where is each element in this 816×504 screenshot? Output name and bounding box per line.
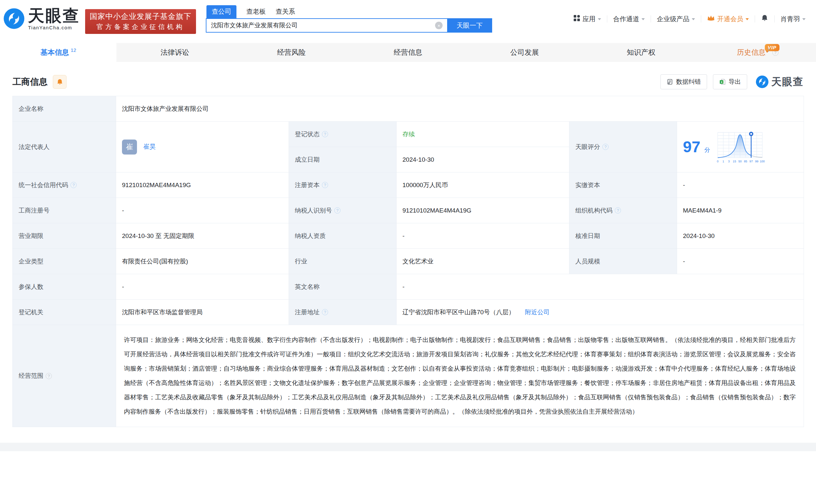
tab-operating-info[interactable]: 经营信息	[349, 43, 466, 62]
company-type-label: 企业类型	[13, 249, 116, 274]
svg-text:85: 85	[744, 159, 747, 163]
nav-user-account[interactable]: 肖青羽	[775, 15, 811, 23]
top-header: 天眼查 TianYanCha.com 国家中小企业发展子基金旗下 官方备案企业征…	[0, 0, 816, 35]
excel-icon: X	[719, 79, 726, 85]
clear-search-icon[interactable]: ×	[435, 22, 443, 29]
tab-company-development-label: 公司发展	[510, 48, 539, 57]
svg-text:15: 15	[733, 159, 736, 163]
status-badge: 存续	[402, 131, 415, 138]
taxpayer-id-label: 纳税人识别号?	[289, 198, 396, 223]
table-row: 经营范围? 许可项目：旅游业务；网络文化经营；电竞音视频、数字衍生内容制作（不含…	[13, 325, 804, 427]
reg-authority-value: 沈阳市和平区市场监督管理局	[116, 300, 289, 325]
nav-cooperation[interactable]: 合作通道	[607, 15, 651, 23]
company-tab-bar: 基本信息 12 法律诉讼 经营风险 经营信息 公司发展 知识产权 VIP 历史信…	[0, 43, 816, 62]
export-label: 导出	[729, 78, 741, 86]
export-button[interactable]: X 导出	[713, 74, 747, 89]
business-info-section-head: 工商信息 数据纠错 X 导出	[12, 74, 804, 89]
legal-rep-avatar[interactable]: 崔	[122, 140, 137, 155]
approval-date-label: 核准日期	[570, 223, 677, 249]
svg-text:3: 3	[728, 159, 730, 163]
table-row: 登记机关 沈阳市和平区市场监督管理局 注册地址? 辽宁省沈阳市和平区中山路70号…	[13, 300, 804, 325]
section-title: 工商信息	[12, 76, 48, 88]
business-scope-cell: 许可项目：旅游业务；网络文化经营；电竞音视频、数字衍生内容制作（不含出版发行）；…	[116, 325, 804, 427]
tianyancha-logo[interactable]: 天眼查 TianYanCha.com	[3, 7, 80, 30]
help-icon[interactable]: ?	[322, 131, 328, 137]
help-icon[interactable]: ?	[615, 207, 621, 214]
reg-capital-label-text: 注册资本	[295, 181, 319, 189]
svg-text:1: 1	[723, 159, 724, 163]
gov-certification-badge: 国家中小企业发展子基金旗下 官方备案企业征信机构	[85, 9, 196, 34]
reg-number-label: 工商注册号	[13, 198, 116, 223]
help-icon[interactable]: ?	[322, 309, 328, 315]
insured-count-value: -	[116, 274, 289, 300]
nav-vip-label: 开通会员	[717, 15, 743, 23]
industry-value: 文化艺术业	[396, 249, 570, 274]
org-code-label-text: 组织机构代码	[575, 206, 613, 215]
tab-operating-risk[interactable]: 经营风险	[233, 43, 349, 62]
svg-text:X: X	[720, 81, 722, 84]
nav-apps-label: 应用	[583, 15, 596, 23]
tab-intellectual-property-label: 知识产权	[627, 48, 656, 57]
tianyancha-swirl-icon	[756, 75, 769, 88]
chevron-down-icon	[692, 18, 695, 20]
nav-apps[interactable]: 应用	[568, 15, 607, 23]
paid-capital-label: 实缴资本	[570, 172, 677, 198]
section-actions: 数据纠错 X 导出 天眼查	[660, 74, 804, 89]
top-nav: 应用 合作通道 企业级产品 开通会员	[568, 14, 811, 23]
org-code-value: MAE4M4A1-9	[677, 198, 804, 223]
company-name-value: 沈阳市文体旅产业发展有限公司	[116, 96, 804, 122]
search-tab-relation[interactable]: 查关系	[275, 6, 295, 18]
paid-capital-value: -	[677, 172, 804, 198]
legal-rep-label: 法定代表人	[13, 122, 116, 172]
tab-intellectual-property[interactable]: 知识产权	[583, 43, 699, 62]
monitor-bell-button[interactable]	[53, 75, 67, 89]
legal-rep-link[interactable]: 崔昊	[143, 143, 156, 150]
reg-status-label: 登记状态?	[289, 122, 396, 147]
table-row: 法定代表人 崔 崔昊 登记状态? 存续 天眼评分? 97 分	[13, 122, 804, 147]
nav-vip-upgrade[interactable]: 开通会员	[701, 15, 755, 23]
tab-history-info-label: 历史信息	[737, 48, 766, 57]
search-input[interactable]	[206, 18, 447, 33]
gov-badge-line2: 官方备案企业征信机构	[90, 22, 191, 31]
help-icon[interactable]: ?	[602, 144, 609, 150]
data-correction-button[interactable]: 数据纠错	[660, 74, 707, 89]
help-icon[interactable]: ?	[322, 182, 328, 188]
chevron-down-icon	[802, 18, 806, 20]
nearby-companies-link[interactable]: 附近公司	[525, 309, 550, 316]
reg-address-cell: 辽宁省沈阳市和平区中山路70号（八层） 附近公司	[396, 300, 804, 325]
table-row: 企业类型 有限责任公司(国有控股) 行业 文化艺术业 人员规模 -	[13, 249, 804, 274]
business-term-value: 2024-10-30 至 无固定期限	[116, 223, 289, 249]
bell-icon	[761, 14, 768, 23]
svg-text:97: 97	[749, 159, 753, 163]
tab-history-info[interactable]: VIP 历史信息 7 ?	[700, 43, 816, 62]
score-value: 97	[683, 139, 700, 155]
tab-company-development[interactable]: 公司发展	[467, 43, 583, 62]
svg-text:100: 100	[760, 159, 765, 163]
help-icon[interactable]: ?	[70, 182, 77, 188]
staff-size-label: 人员规模	[570, 249, 677, 274]
tianyancha-swirl-icon	[3, 8, 25, 29]
table-row: 营业期限 2024-10-30 至 无固定期限 纳税人资质 - 核准日期 202…	[13, 223, 804, 249]
search-button[interactable]: 天眼一下	[447, 18, 492, 33]
tab-legal-litigation[interactable]: 法律诉讼	[116, 43, 233, 62]
tab-operating-risk-label: 经营风险	[277, 48, 306, 57]
help-icon[interactable]: ?	[334, 207, 340, 214]
help-icon[interactable]: ?	[46, 373, 52, 379]
score-axis-labels: 0 1 3 15 50 85 97 99 100	[717, 159, 765, 163]
search-box: × 天眼一下	[206, 18, 492, 33]
reg-status-label-text: 登记状态	[295, 130, 319, 139]
nav-notifications[interactable]	[755, 14, 774, 23]
document-edit-icon	[667, 79, 673, 85]
brand-domain: TianYanCha.com	[28, 25, 80, 30]
score-cell: 97 分	[677, 122, 804, 172]
search-tab-company[interactable]: 查公司	[206, 5, 236, 18]
search-tab-boss[interactable]: 查老板	[246, 6, 266, 18]
taxpayer-quality-label: 纳税人资质	[289, 223, 396, 249]
tab-basic-info[interactable]: 基本信息 12	[0, 43, 116, 62]
credit-code-label-text: 统一社会信用代码	[19, 181, 68, 189]
score-label: 天眼评分?	[570, 122, 677, 172]
business-registration-table: 企业名称 沈阳市文体旅产业发展有限公司 法定代表人 崔 崔昊 登记状态? 存续 …	[12, 96, 804, 427]
tab-legal-litigation-label: 法律诉讼	[160, 48, 189, 57]
nav-enterprise[interactable]: 企业级产品	[651, 15, 701, 23]
username-label: 肖青羽	[780, 15, 800, 23]
